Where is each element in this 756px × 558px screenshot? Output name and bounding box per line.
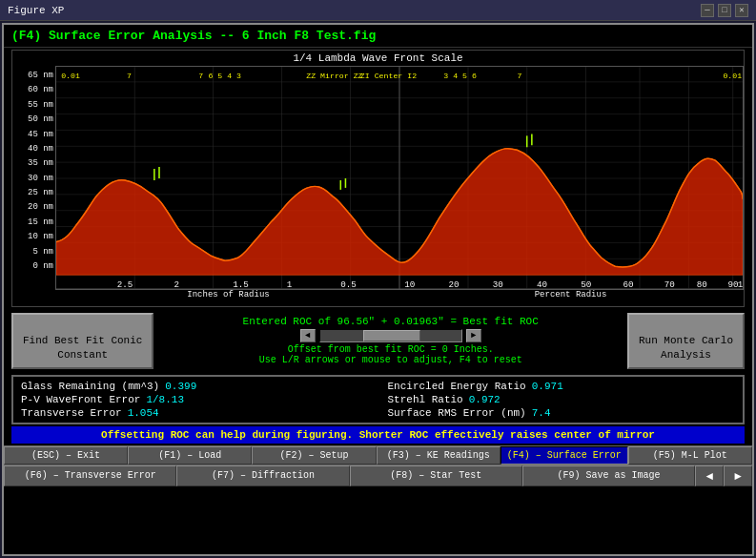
svg-text:ZZ Mirror ZZ: ZZ Mirror ZZ [306, 72, 362, 80]
surface-rms-value: 7.4 [532, 407, 551, 419]
surface-rms-row: Surface RMS Error (nm) 7.4 [388, 407, 736, 419]
roc-line2: Offset from best fit ROC = 0 Inches. [159, 344, 622, 355]
window-title: (F4) Surface Error Analysis -- 6 Inch F8… [4, 25, 752, 48]
scroll-thumb[interactable] [363, 330, 420, 341]
svg-text:100: 100 [738, 279, 743, 289]
x-label-right: Percent Radius [399, 290, 742, 300]
chart-plot: 0.01 7 7 6 5 4 3 ZZ Mirror ZZ ZI Center … [55, 66, 744, 290]
minimize-button[interactable]: ─ [701, 4, 714, 17]
svg-text:50: 50 [581, 279, 591, 289]
nav-arrow-left[interactable]: ◄ [695, 465, 724, 486]
svg-text:6 5 4 3: 6 5 4 3 [208, 72, 241, 80]
title-bar: Figure XP ─ □ ✕ [0, 0, 756, 21]
scroll-left-btn[interactable]: ◄ [300, 329, 316, 342]
nav-f6-transverse[interactable]: (F6) – Transverse Error [4, 465, 176, 486]
find-conic-button[interactable]: Find Best Fit Conic Constant [11, 313, 153, 369]
svg-text:30: 30 [493, 279, 503, 289]
svg-text:2.5: 2.5 [117, 279, 133, 289]
chart-area: 1/4 Lambda Wave Front Scale 65 nm 60 nm … [11, 50, 745, 307]
svg-text:1.5: 1.5 [233, 279, 249, 289]
svg-text:70: 70 [664, 279, 675, 289]
glass-remaining-row: Glass Remaining (mm^3) 0.399 [21, 381, 369, 392]
status-bar: Offsetting ROC can help during figuring.… [11, 426, 745, 444]
encircled-energy-label: Encircled Energy Ratio [388, 381, 526, 392]
svg-text:0.01: 0.01 [61, 72, 80, 80]
transverse-error-value: 1.054 [128, 407, 159, 419]
pv-wavefront-row: P-V WaveFront Error 1/8.13 [21, 394, 369, 405]
svg-text:1: 1 [287, 279, 293, 289]
roc-line3: Use L/R arrows or mouse to adjust, F4 to… [159, 355, 622, 365]
encircled-energy-row: Encircled Energy Ratio 0.971 [388, 381, 736, 392]
strehl-ratio-value: 0.972 [469, 394, 501, 405]
transverse-error-row: Transverse Error 1.054 [21, 407, 369, 419]
strehl-ratio-row: Strehl Ratio 0.972 [388, 394, 736, 405]
scroll-track[interactable] [319, 329, 462, 342]
nav-f9-save-image[interactable]: (F9) Save as Image [522, 465, 695, 486]
roc-scrollbar: ◄ ► [159, 329, 622, 342]
nav-f8-star-test[interactable]: (F8) – Star Test [350, 465, 522, 486]
run-monte-carlo-button[interactable]: Run Monte Carlo Analysis [627, 313, 745, 369]
svg-text:7: 7 [517, 72, 521, 80]
main-window: (F4) Surface Error Analysis -- 6 Inch F8… [2, 23, 754, 556]
roc-line1: Entered ROC of 96.56" + 0.01963" = Best … [159, 316, 622, 327]
nav-f3-ke-readings[interactable]: (F3) – KE Readings [377, 446, 501, 465]
svg-text:0.5: 0.5 [340, 279, 357, 289]
chart-title: 1/4 Lambda Wave Front Scale [12, 51, 744, 66]
svg-text:80: 80 [697, 279, 707, 289]
glass-remaining-value: 0.399 [165, 381, 196, 392]
svg-text:40: 40 [537, 279, 547, 289]
nav-row-2: (F6) – Transverse Error (F7) – Diffracti… [4, 465, 752, 486]
nav-row-1: (ESC) – Exit (F1) – Load (F2) – Setup (F… [4, 445, 752, 465]
nav-f5-ml-plot[interactable]: (F5) M-L Plot [628, 446, 752, 465]
svg-text:10: 10 [404, 279, 415, 289]
x-label-left: Inches of Radius [57, 290, 399, 300]
close-button[interactable]: ✕ [735, 4, 748, 17]
glass-remaining-label: Glass Remaining (mm^3) [21, 381, 159, 392]
stats-area: Glass Remaining (mm^3) 0.399 Encircled E… [11, 375, 745, 424]
strehl-ratio-label: Strehl Ratio [388, 394, 463, 405]
surface-rms-label: Surface RMS Error (nm) [388, 407, 526, 419]
encircled-energy-value: 0.971 [532, 381, 563, 392]
window-controls: ─ □ ✕ [701, 4, 748, 17]
svg-text:0.01: 0.01 [723, 72, 742, 80]
nav-f7-diffraction[interactable]: (F7) – Diffraction [176, 465, 349, 486]
pv-wavefront-value: 1/8.13 [146, 394, 184, 405]
pv-wavefront-label: P-V WaveFront Error [21, 394, 140, 405]
scroll-right-btn[interactable]: ► [466, 329, 481, 342]
nav-arrow-right[interactable]: ► [724, 465, 752, 486]
svg-text:60: 60 [623, 279, 634, 289]
y-axis: 65 nm 60 nm 55 nm 50 nm 45 nm 40 nm 35 n… [12, 66, 55, 290]
svg-text:ZI Center I2: ZI Center I2 [360, 72, 417, 80]
plot-svg: 0.01 7 7 6 5 4 3 ZZ Mirror ZZ ZI Center … [56, 67, 743, 289]
transverse-error-label: Transverse Error [21, 407, 122, 419]
nav-esc-exit[interactable]: (ESC) – Exit [4, 446, 128, 465]
nav-f4-surface-error[interactable]: (F4) – Surface Error [501, 446, 628, 465]
app-title: Figure XP [8, 5, 64, 16]
svg-text:20: 20 [448, 279, 459, 289]
maximize-button[interactable]: □ [718, 4, 731, 17]
svg-text:7: 7 [127, 72, 132, 80]
nav-f2-setup[interactable]: (F2) – Setup [252, 446, 376, 465]
nav-f1-load[interactable]: (F1) – Load [128, 446, 252, 465]
svg-text:2: 2 [174, 279, 179, 289]
svg-text:3 4 5 6: 3 4 5 6 [443, 72, 477, 80]
svg-text:7: 7 [198, 72, 203, 80]
